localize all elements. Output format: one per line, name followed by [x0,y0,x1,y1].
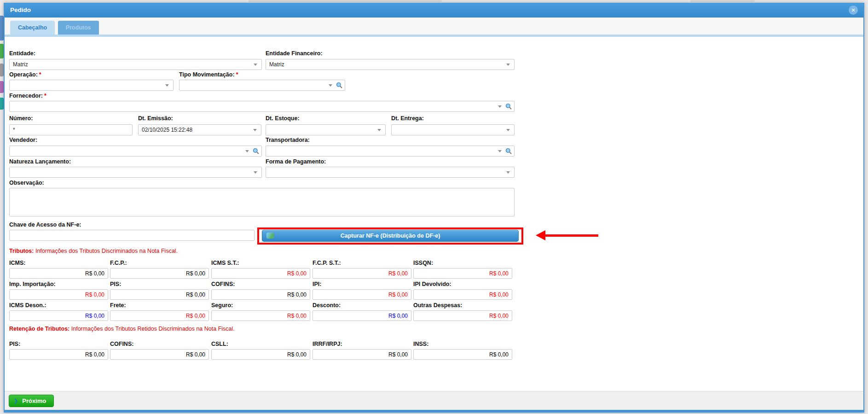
tax-field-input[interactable]: R$ 0,00 [413,289,512,300]
annotation-arrow-line [544,234,598,237]
chave-acesso-input[interactable] [9,230,255,241]
tax-field-input[interactable]: R$ 0,00 [312,310,411,321]
proximo-button[interactable]: ❯ Próximo [9,395,54,407]
nfe-icon [266,233,274,239]
entidade-financeiro-select[interactable]: Matriz [266,59,515,70]
dt-entrega-label: Dt. Entrega: [391,115,424,122]
dialog-title: Pedido [10,6,31,13]
retencao-heading: Retenção de Tributos: Informações dos Tr… [9,326,235,332]
tax-field-value: R$ 0,00 [287,270,307,277]
tab-strip: Cabeçalho Produtos [5,17,863,37]
tax-field-label: ICMS S.T.: [211,260,239,266]
tax-field-input[interactable]: R$ 0,00 [211,289,310,300]
backdrop-fragment [690,0,755,2]
fornecedor-select[interactable] [9,101,515,112]
tax-field-input[interactable]: R$ 0,00 [110,349,209,360]
tax-field-value: R$ 0,00 [186,351,205,358]
chevron-down-icon [165,84,169,87]
search-icon[interactable] [336,82,343,89]
backdrop-fragment [0,98,4,110]
tax-field-input[interactable]: R$ 0,00 [9,310,108,321]
observacao-textarea[interactable] [9,188,515,216]
tax-field-input[interactable]: R$ 0,00 [9,268,108,279]
tipo-movimentacao-select[interactable] [179,80,345,91]
chevron-down-icon [254,171,257,174]
backdrop-fragment [0,81,4,93]
tax-field-input[interactable]: R$ 0,00 [211,349,310,360]
tax-field-value: R$ 0,00 [85,292,104,298]
entidade-select[interactable]: Matriz [9,59,262,70]
dt-estoque-select[interactable] [266,124,386,135]
tax-field-label: COFINS: [211,281,235,287]
numero-input[interactable]: * [9,124,133,135]
natureza-lancamento-label: Natureza Lançamento: [9,158,71,165]
tax-field-label: ICMS Deson.: [9,302,46,309]
tax-field-label: IPI: [312,281,321,287]
tax-field-input[interactable]: R$ 0,00 [110,289,209,300]
tax-field-input[interactable]: R$ 0,00 [211,310,310,321]
tax-field-label: CSLL: [211,341,228,347]
chevron-down-icon [498,150,502,152]
tax-field-input[interactable]: R$ 0,00 [312,268,411,279]
tax-field-label: Desconto: [312,302,341,309]
tax-field-input[interactable]: R$ 0,00 [211,268,310,279]
forma-pagamento-label: Forma de Pagamento: [266,158,326,165]
tax-field-value: R$ 0,00 [287,292,307,298]
dialog-titlebar[interactable]: Pedido ✕ [5,3,863,17]
natureza-lancamento-select[interactable] [9,167,262,178]
tax-field-label: Imp. Importação: [9,281,56,287]
capturar-nfe-button[interactable]: Capturar NF-e (Distribuição de DF-e) [262,230,519,242]
fornecedor-label: Fornecedor:* [9,93,46,99]
tax-field-value: R$ 0,00 [489,292,509,298]
tipo-movimentacao-label: Tipo Movimentação:* [179,71,238,78]
tax-field-value: R$ 0,00 [186,313,205,319]
backdrop-fragment [0,64,4,76]
tax-field-value: R$ 0,00 [388,292,408,298]
entidade-label: Entidade: [9,50,35,57]
tax-field-label: Seguro: [211,302,233,309]
tax-field-input[interactable]: R$ 0,00 [110,268,209,279]
forma-pagamento-select[interactable] [266,167,515,178]
tributos-heading: Tributos: Informações dos Tributos Discr… [9,248,178,254]
vendedor-select[interactable] [9,146,262,157]
chevron-down-icon [254,64,257,66]
search-icon[interactable] [253,148,260,155]
tax-field-label: ICMS: [9,260,25,266]
tax-field-input[interactable]: R$ 0,00 [110,310,209,321]
tax-field-value: R$ 0,00 [489,351,509,358]
backdrop-fragment [0,16,4,41]
chevron-down-icon [377,129,381,131]
tab-cabecalho[interactable]: Cabeçalho [10,21,55,35]
tax-field-value: R$ 0,00 [287,351,307,358]
tab-produtos[interactable]: Produtos [58,21,99,35]
tax-field-label: F.C.P. S.T.: [312,260,341,266]
tax-field-label: IRRF/IRPJ: [312,341,342,347]
tax-field-label: Outras Despesas: [413,302,462,309]
tax-field-label: IPI Devolvido: [413,281,451,287]
tax-field-label: ISSQN: [413,260,433,266]
chevron-down-icon [506,129,510,131]
tax-field-label: F.C.P.: [110,260,127,266]
transportadora-label: Transportadora: [266,137,310,143]
dt-emissao-select[interactable]: 02/10/2025 15:22:48 [138,124,261,135]
chevron-down-icon [245,150,249,152]
search-icon[interactable] [505,103,512,110]
tax-field-input[interactable]: R$ 0,00 [9,349,108,360]
tax-field-input[interactable]: R$ 0,00 [413,310,512,321]
dt-entrega-select[interactable] [391,124,515,135]
tax-field-value: R$ 0,00 [186,292,205,298]
tax-field-input[interactable]: R$ 0,00 [312,349,411,360]
tax-field-label: INSS: [413,341,428,347]
operacao-select[interactable] [9,80,174,91]
tax-field-input[interactable]: R$ 0,00 [413,349,512,360]
close-icon[interactable]: ✕ [849,6,858,15]
search-icon[interactable] [505,148,512,155]
tax-field-input[interactable]: R$ 0,00 [9,289,108,300]
transportadora-select[interactable] [266,146,515,157]
chevron-down-icon [329,84,332,87]
tax-field-value: R$ 0,00 [85,313,104,319]
tax-field-input[interactable]: R$ 0,00 [312,289,411,300]
vendedor-label: Vendedor: [9,137,37,143]
tax-field-input[interactable]: R$ 0,00 [413,268,512,279]
chevron-down-icon [498,105,502,108]
